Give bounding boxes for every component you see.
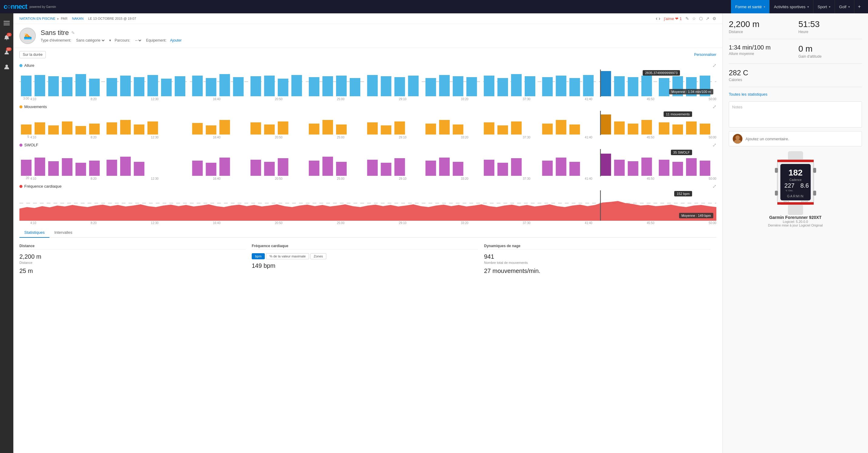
svg-rect-96: [35, 158, 45, 176]
activity-title-area: Sans titre ✎ Type d'événement: Sans caté…: [41, 29, 716, 43]
svg-rect-105: [206, 163, 216, 176]
svg-rect-19: [206, 78, 216, 96]
svg-rect-112: [336, 162, 347, 176]
svg-rect-23: [264, 76, 275, 96]
svg-rect-29: [350, 78, 360, 96]
nage-sub-value: 27 mouvements/min.: [484, 267, 710, 275]
svg-rect-34: [426, 78, 436, 96]
hr-expand-icon[interactable]: ⤢: [712, 183, 716, 189]
stat-allure: 1:34 min/100 m Allure moyenne: [729, 44, 793, 59]
svg-rect-21: [233, 77, 244, 96]
chevron-down-icon: ▾: [848, 5, 850, 8]
nav-plus-button[interactable]: +: [854, 0, 864, 13]
swolf-chart-title: SWOLF: [20, 143, 38, 147]
add-equipment-link[interactable]: Ajouter: [170, 38, 182, 43]
hr-bpm-button[interactable]: bpm: [252, 253, 265, 259]
mouvements-chart-wrapper: 15 10 5: [20, 111, 716, 139]
svg-rect-130: [672, 162, 683, 176]
mouvements-chart-area: 11 mouvements: [20, 111, 716, 135]
svg-rect-87: [614, 121, 625, 135]
allure-expand-icon[interactable]: ⤢: [712, 62, 716, 68]
title-edit-icon[interactable]: ✎: [71, 30, 75, 35]
svg-rect-13: [120, 76, 131, 96]
personaliser-button[interactable]: Personnaliser: [694, 53, 716, 57]
stat-allure-label: Allure moyenne: [729, 52, 793, 56]
swolf-chart-block: SWOLF ⤢ 50 40 30 20: [20, 141, 716, 180]
hr-value-row: 149 bpm: [252, 262, 478, 269]
swolf-chart-area: 35 SWOLF: [20, 149, 716, 176]
svg-rect-71: [309, 123, 319, 135]
notes-title: Notes: [732, 105, 859, 109]
app-logo: c○nnect: [4, 3, 27, 11]
svg-rect-25: [291, 75, 302, 96]
star-icon[interactable]: ☆: [692, 16, 696, 21]
svg-rect-72: [322, 120, 333, 135]
duration-button[interactable]: Sur la durée: [20, 51, 46, 58]
svg-rect-140: [777, 160, 814, 162]
activity-header: 🏊 Sans titre ✎ Type d'événement: Sans ca…: [13, 24, 722, 48]
stat-calories-value: 282 C: [729, 68, 862, 77]
svg-rect-104: [192, 161, 203, 176]
svg-rect-31: [381, 76, 391, 96]
all-stats-link[interactable]: Toutes les statistiques: [729, 92, 862, 96]
allure-chart-area: 2835.3749999999973 Moyenne : 1:34 min/10…: [20, 69, 716, 97]
svg-rect-70: [278, 121, 288, 135]
svg-rect-82: [511, 121, 522, 135]
comment-avatar: [733, 134, 742, 144]
svg-rect-53: [700, 76, 710, 96]
sidebar-notifications-icon[interactable]: 1: [0, 31, 13, 44]
hr-pct-button[interactable]: % de la valeur maximale: [266, 253, 309, 259]
breadcrumb-activity-type[interactable]: NATATION EN PISCINE: [20, 17, 56, 20]
tab-intervalles[interactable]: Intervalles: [50, 228, 77, 238]
edit-icon[interactable]: ✎: [685, 16, 689, 21]
breadcrumb-user[interactable]: NAKAN: [72, 17, 84, 20]
notification-badge: 1: [7, 33, 11, 36]
sidebar-user-icon[interactable]: [0, 60, 13, 74]
stat-time-label: Heure: [799, 30, 862, 34]
event-type-select[interactable]: Sans catégorie: [75, 38, 105, 43]
svg-rect-62: [120, 120, 131, 135]
svg-rect-22: [250, 76, 261, 96]
svg-text:182: 182: [788, 168, 803, 177]
svg-rect-63: [134, 124, 144, 135]
svg-rect-123: [556, 158, 566, 176]
hr-chart-block: Fréquence cardiaque ⤢ 175 150 125 100: [20, 182, 716, 225]
mouvements-chart-header: Mouvements ⤢: [20, 103, 716, 111]
svg-point-136: [736, 135, 740, 140]
share-icon[interactable]: ⬡: [699, 16, 703, 21]
svg-rect-40: [511, 74, 522, 96]
tab-statistiques[interactable]: Statistiques: [20, 228, 50, 238]
svg-rect-151: [813, 191, 816, 196]
svg-rect-51: [672, 76, 683, 96]
nav-golf[interactable]: Golf ▾: [835, 0, 854, 13]
like-button[interactable]: j'aime ❤ 1: [664, 17, 682, 21]
comment-input[interactable]: [745, 137, 858, 141]
notes-input[interactable]: [732, 111, 859, 123]
course-select[interactable]: --: [134, 38, 142, 43]
svg-rect-103: [134, 162, 144, 176]
powered-by: powered by Garmin: [29, 5, 56, 8]
settings-icon[interactable]: ⚙: [712, 16, 716, 21]
sidebar-social-icon[interactable]: 57: [0, 46, 13, 59]
svg-rect-79: [453, 124, 463, 135]
svg-rect-85: [569, 124, 580, 135]
svg-rect-35: [439, 75, 450, 96]
mouvements-expand-icon[interactable]: ⤢: [712, 104, 716, 110]
export-icon[interactable]: ↗: [706, 16, 709, 21]
nav-activites-sportives[interactable]: Activités sportives ▾: [770, 0, 813, 13]
svg-rect-50: [659, 78, 669, 96]
device-name: Garmin Forerunner 920XT: [729, 215, 862, 220]
svg-rect-58: [62, 121, 72, 135]
hr-zones-button[interactable]: Zones: [310, 253, 326, 259]
svg-rect-111: [322, 157, 333, 176]
distance-value: 2,200 m: [20, 253, 246, 260]
social-badge: 57: [6, 47, 11, 51]
next-arrow[interactable]: ›: [659, 16, 660, 21]
nav-sport[interactable]: Sport ▾: [813, 0, 835, 13]
svg-rect-80: [484, 122, 494, 135]
swolf-expand-icon[interactable]: ⤢: [712, 142, 716, 148]
nav-forme-sante[interactable]: Forme et santé ▾: [731, 0, 769, 13]
svg-rect-43: [556, 76, 566, 96]
prev-arrow[interactable]: ‹: [656, 16, 657, 21]
sidebar-menu-icon[interactable]: [0, 17, 13, 30]
